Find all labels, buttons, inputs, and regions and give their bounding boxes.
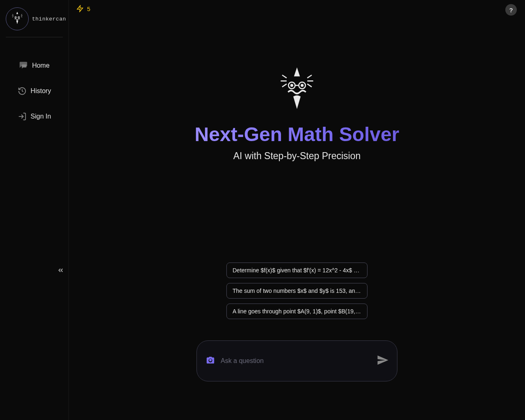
svg-marker-5 (77, 6, 83, 12)
sidebar: thinkercan Home (0, 0, 69, 420)
svg-point-9 (301, 84, 303, 87)
app-root: thinkercan Home (0, 0, 525, 420)
camera-icon (206, 356, 215, 365)
sidebar-item-label: Sign In (31, 113, 51, 120)
bolt-icon (76, 5, 84, 14)
sidebar-item-history[interactable]: History (0, 83, 68, 99)
svg-point-3 (18, 17, 19, 18)
username: thinkercan (32, 16, 66, 22)
chevron-double-left-icon (57, 267, 64, 274)
sidebar-item-signin[interactable]: Sign In (0, 109, 68, 124)
page-title: Next-Gen Math Solver (195, 123, 399, 146)
sidebar-item-label: Home (32, 62, 50, 69)
sidebar-divider (6, 37, 63, 37)
hero: Next-Gen Math Solver AI with Step-by-Ste… (69, 19, 525, 162)
svg-point-8 (291, 84, 293, 87)
signin-icon (18, 112, 27, 121)
main: 5 ? (69, 0, 525, 420)
help-icon: ? (509, 7, 513, 14)
avatar-logo-icon (9, 11, 25, 27)
camera-button[interactable] (206, 356, 215, 366)
brand-logo-icon (278, 67, 315, 112)
suggestion-item[interactable]: Determine $f(x)$ given that $f'(x) = 12x… (226, 262, 368, 278)
svg-point-2 (16, 17, 16, 18)
help-button[interactable]: ? (505, 4, 517, 16)
suggestion-item[interactable]: The sum of two numbers $x$ and $y$ is 15… (226, 283, 368, 299)
suggestion-item[interactable]: A line goes through point $A(9, 1)$, poi… (226, 304, 368, 319)
credits-badge[interactable]: 5 (76, 5, 90, 14)
page-subtitle: AI with Step-by-Step Precision (233, 151, 361, 162)
suggestions-list: Determine $f(x)$ given that $f'(x) = 12x… (226, 262, 368, 319)
send-icon (377, 354, 389, 366)
sidebar-item-home[interactable]: Home (0, 58, 68, 73)
question-input[interactable] (221, 357, 371, 365)
send-button[interactable] (377, 354, 389, 368)
sidebar-item-label: History (31, 87, 51, 95)
topbar: 5 (69, 0, 525, 19)
sidebar-nav: Home History (0, 50, 68, 132)
credits-count: 5 (87, 6, 90, 13)
avatar[interactable] (6, 7, 29, 30)
hero-logo (278, 67, 315, 114)
history-icon (18, 87, 27, 96)
question-input-bar (196, 340, 397, 381)
collapse-sidebar-button[interactable] (56, 266, 65, 275)
chat-icon (19, 61, 28, 70)
sidebar-header: thinkercan (0, 0, 68, 37)
